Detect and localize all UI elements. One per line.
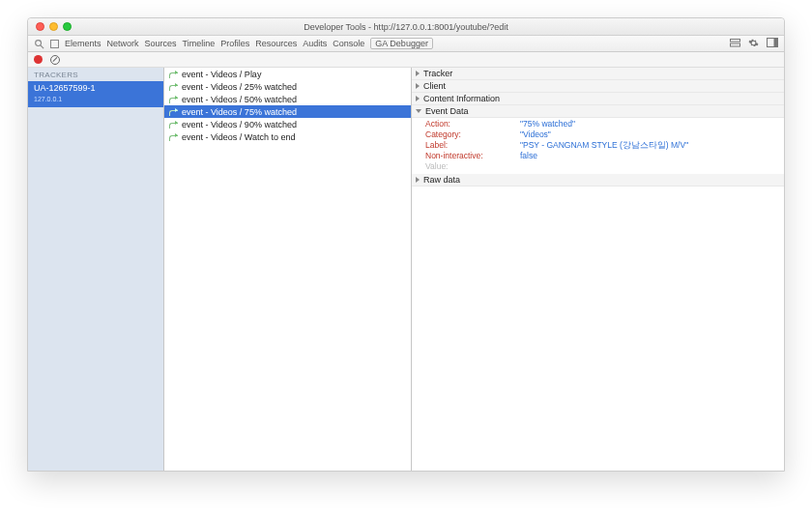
tab-timeline[interactable]: Timeline <box>183 39 216 48</box>
event-arrow-icon <box>168 83 178 91</box>
kv-key: Non-interactive: <box>425 151 520 161</box>
tracker-item[interactable]: UA-12657599-1 127.0.0.1 <box>28 81 163 107</box>
tracker-host: 127.0.0.1 <box>34 94 158 104</box>
kv-val: "PSY - GANGNAM STYLE (강남스타일) M/V" <box>520 140 688 151</box>
minimize-icon[interactable] <box>49 22 58 31</box>
svg-point-0 <box>36 40 42 45</box>
main-body: TRACKERS UA-12657599-1 127.0.0.1 event -… <box>28 68 784 471</box>
event-arrow-icon <box>168 121 178 129</box>
kv-row: Label:"PSY - GANGNAM STYLE (강남스타일) M/V" <box>425 140 784 151</box>
tab-console[interactable]: Console <box>333 39 364 48</box>
drawer-icon[interactable] <box>730 39 740 49</box>
event-arrow-icon <box>168 133 178 141</box>
event-label: event - Videos / 90% watched <box>182 120 297 129</box>
tab-audits[interactable]: Audits <box>303 39 327 48</box>
kv-key: Label: <box>425 140 520 151</box>
event-label: event - Videos / 25% watched <box>182 82 297 92</box>
event-arrow-icon <box>168 108 178 116</box>
device-icon[interactable] <box>50 40 59 48</box>
kv-val: "Videos" <box>520 129 551 140</box>
clear-icon[interactable] <box>50 55 60 65</box>
window-controls <box>28 22 72 31</box>
tab-ga-debugger[interactable]: GA Debugger <box>370 38 433 49</box>
event-label: event - Videos / 75% watched <box>182 107 297 117</box>
kv-key: Value: <box>425 161 520 172</box>
ga-toolbar <box>28 52 784 68</box>
close-icon[interactable] <box>36 22 44 31</box>
tracker-id: UA-12657599-1 <box>34 83 158 94</box>
titlebar: Developer Tools - http://127.0.0.1:8001/… <box>28 18 784 36</box>
chevron-right-icon <box>416 71 420 76</box>
event-arrow-icon <box>168 71 178 78</box>
zoom-icon[interactable] <box>63 22 72 31</box>
section-client[interactable]: Client <box>412 80 784 93</box>
svg-rect-5 <box>774 39 778 47</box>
dock-icon[interactable] <box>767 38 778 49</box>
trackers-sidebar: TRACKERS UA-12657599-1 127.0.0.1 <box>28 68 164 471</box>
settings-icon[interactable] <box>748 38 759 50</box>
svg-line-1 <box>41 44 44 47</box>
event-row-selected[interactable]: event - Videos / 75% watched <box>164 105 411 118</box>
kv-key: Action: <box>425 119 520 129</box>
event-row[interactable]: event - Videos / 25% watched <box>164 80 411 93</box>
event-data-block: Action:"75% watched" Category:"Videos" L… <box>412 118 784 174</box>
kv-row: Category:"Videos" <box>425 129 784 140</box>
sidebar-heading: TRACKERS <box>28 68 163 81</box>
event-label: event - Videos / Watch to end <box>182 132 296 142</box>
tab-sources[interactable]: Sources <box>145 39 177 48</box>
tab-resources[interactable]: Resources <box>255 39 297 48</box>
chevron-down-icon <box>416 109 421 113</box>
chevron-right-icon <box>416 83 420 89</box>
chevron-right-icon <box>416 96 420 101</box>
devtools-tabbar: Elements Network Sources Timeline Profil… <box>28 36 784 52</box>
kv-row: Value: <box>425 161 784 172</box>
chevron-right-icon <box>416 177 420 183</box>
tab-elements[interactable]: Elements <box>65 39 102 48</box>
events-column: event - Videos / Play event - Videos / 2… <box>164 68 412 471</box>
kv-val: false <box>520 151 537 161</box>
record-icon[interactable] <box>34 55 43 64</box>
tab-profiles[interactable]: Profiles <box>220 39 249 48</box>
event-row[interactable]: event - Videos / Play <box>164 68 411 80</box>
svg-rect-2 <box>731 39 740 42</box>
kv-row: Non-interactive:false <box>425 151 784 161</box>
event-arrow-icon <box>168 96 178 103</box>
window-title: Developer Tools - http://127.0.0.1:8001/… <box>28 22 784 32</box>
tab-network[interactable]: Network <box>107 39 139 48</box>
event-row[interactable]: event - Videos / 90% watched <box>164 118 411 130</box>
inspect-icon[interactable] <box>34 39 44 49</box>
kv-key: Category: <box>425 129 520 140</box>
devtools-window: Developer Tools - http://127.0.0.1:8001/… <box>27 17 785 472</box>
section-tracker[interactable]: Tracker <box>412 68 784 80</box>
event-label: event - Videos / 50% watched <box>182 95 297 104</box>
detail-pane: Tracker Client Content Information Event… <box>412 68 784 471</box>
event-row[interactable]: event - Videos / Watch to end <box>164 130 411 143</box>
svg-rect-3 <box>731 43 740 46</box>
event-row[interactable]: event - Videos / 50% watched <box>164 93 411 105</box>
section-raw-data[interactable]: Raw data <box>412 174 784 186</box>
kv-val: "75% watched" <box>520 119 575 129</box>
event-label: event - Videos / Play <box>182 70 261 79</box>
kv-row: Action:"75% watched" <box>425 119 784 129</box>
section-event-data[interactable]: Event Data <box>412 105 784 118</box>
section-content-info[interactable]: Content Information <box>412 93 784 105</box>
